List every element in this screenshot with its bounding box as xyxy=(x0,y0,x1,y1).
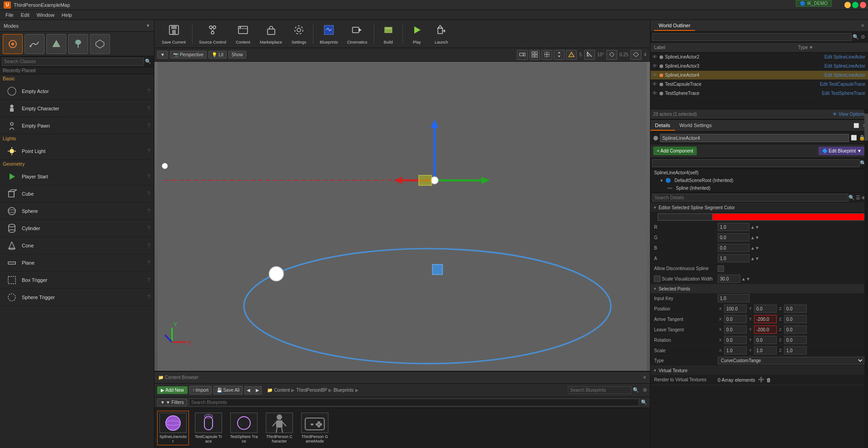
vp-ctrl-warn[interactable]: ! xyxy=(566,50,577,60)
outliner-search-input[interactable] xyxy=(652,33,852,41)
content-button[interactable]: Content xyxy=(232,22,254,46)
back-button[interactable]: ◀ xyxy=(244,386,253,394)
color-r-spin[interactable]: ▲▼ xyxy=(750,225,759,230)
class-item-sphere[interactable]: Sphere ? xyxy=(0,202,154,220)
arrive-tangent-y-input[interactable] xyxy=(754,315,777,323)
position-y-input[interactable] xyxy=(754,305,777,313)
scale-y-input[interactable] xyxy=(754,346,777,354)
vp-ctrl-grid2[interactable] xyxy=(541,50,552,60)
arrive-tangent-x-input[interactable] xyxy=(724,315,747,323)
mode-placement[interactable] xyxy=(3,34,23,54)
launch-button[interactable]: Launch xyxy=(430,22,453,46)
menu-file[interactable]: File xyxy=(2,11,17,19)
comp-default-scene-root[interactable]: ▼ 🔵 DefaultSceneRoot (Inherited) xyxy=(650,177,868,184)
tab-details[interactable]: Details xyxy=(650,121,675,131)
vp-ctrl-camera-speed[interactable] xyxy=(630,50,641,60)
class-item-cube[interactable]: Cube ? xyxy=(0,185,154,202)
save-current-button[interactable]: Save Current xyxy=(158,22,189,46)
help-empty-actor[interactable]: ? xyxy=(147,88,150,94)
details-search-icon[interactable]: 🔍 xyxy=(848,195,855,201)
leave-tangent-x-input[interactable] xyxy=(724,325,747,334)
class-item-sphere-trigger[interactable]: Sphere Trigger ? xyxy=(0,289,154,306)
actor-name-input[interactable] xyxy=(660,134,849,142)
selected-points-header[interactable]: ▼ Selected Points xyxy=(650,285,868,293)
vp-ctrl-move[interactable] xyxy=(554,50,565,60)
eye-icon-3[interactable]: 👁 xyxy=(652,72,659,79)
forward-button[interactable]: ▶ xyxy=(253,386,262,394)
menu-help[interactable]: Help xyxy=(58,11,76,19)
actor-type-link-2[interactable]: Edit SplineLineActor xyxy=(823,64,866,69)
help-cylinder[interactable]: ? xyxy=(147,225,150,231)
vp-ctrl-scale[interactable] xyxy=(606,50,617,60)
maximize-button[interactable] xyxy=(852,2,858,8)
blueprints-button[interactable]: Blueprints xyxy=(316,22,342,46)
category-geometry[interactable]: Geometry xyxy=(0,160,154,168)
import-button[interactable]: ↑ Import xyxy=(189,386,212,394)
color-r-input[interactable] xyxy=(718,223,749,231)
help-cube[interactable]: ? xyxy=(147,191,150,197)
cb-close-button[interactable]: ✕ xyxy=(643,375,646,380)
settings-button[interactable]: Settings xyxy=(288,22,310,46)
cb-item-thirdperson-character[interactable]: ThirdPerson Character xyxy=(263,411,295,445)
edit-blueprint-button[interactable]: 🔷 Edit Blueprint ▼ xyxy=(818,147,865,155)
outliner-search-icon[interactable]: 🔍 xyxy=(852,33,860,41)
scrollbar-thumb[interactable] xyxy=(864,113,868,141)
details-panel-button[interactable]: ⬜ xyxy=(852,121,861,130)
help-point-light[interactable]: ? xyxy=(147,148,150,154)
search-classes-input[interactable] xyxy=(2,58,144,66)
sort-icon[interactable]: ▼ xyxy=(809,45,813,50)
help-sphere[interactable]: ? xyxy=(147,208,150,214)
viewport-dropdown-button[interactable]: ▼ xyxy=(157,51,168,59)
rotation-y-input[interactable] xyxy=(754,336,777,344)
scale-viz-spin[interactable]: ▲▼ xyxy=(741,276,750,281)
help-box-trigger[interactable]: ? xyxy=(147,277,150,283)
tab-world-settings[interactable]: World Settings xyxy=(675,121,716,131)
vp-ctrl-camera[interactable] xyxy=(517,50,528,60)
eye-icon-4[interactable]: 👁 xyxy=(652,81,659,88)
mode-mesh[interactable] xyxy=(90,34,110,54)
build-button[interactable]: Build xyxy=(377,22,400,46)
right-scrollbar[interactable] xyxy=(864,109,868,448)
search-bar-icon[interactable]: 🔍 xyxy=(641,399,647,405)
details-view-icon[interactable]: ☰ xyxy=(856,195,860,201)
help-player-start[interactable]: ? xyxy=(147,173,150,180)
scale-x-input[interactable] xyxy=(724,346,747,354)
mode-landscape[interactable] xyxy=(46,34,66,54)
color-red-portion[interactable] xyxy=(713,214,864,220)
cb-item-spline-line-actor[interactable]: SplineLineActor xyxy=(157,411,189,445)
help-cone[interactable]: ? xyxy=(147,242,150,249)
component-search-input[interactable] xyxy=(652,159,860,167)
show-button[interactable]: Show xyxy=(228,51,246,59)
eye-icon-5[interactable]: 👁 xyxy=(652,90,659,97)
menu-window[interactable]: Window xyxy=(33,11,58,19)
class-item-cylinder[interactable]: Cylinder ? xyxy=(0,220,154,237)
add-array-button[interactable]: ➕ xyxy=(758,377,764,383)
position-z-input[interactable] xyxy=(784,305,807,313)
play-button[interactable]: Play xyxy=(406,22,428,46)
actor-type-link-1[interactable]: Edit SplineLineActor xyxy=(823,54,866,59)
lit-button[interactable]: 💡 Lit xyxy=(208,51,227,59)
cb-settings-button[interactable]: ⚙ xyxy=(643,387,647,393)
class-item-plane[interactable]: Plane ? xyxy=(0,254,154,271)
help-empty-pawn[interactable]: ? xyxy=(147,123,150,129)
color-b-spin[interactable]: ▲▼ xyxy=(750,246,759,251)
search-blueprints-input[interactable] xyxy=(568,386,631,394)
position-x-input[interactable] xyxy=(724,305,747,313)
class-item-player-start[interactable]: Player Start ? xyxy=(0,168,154,185)
mode-foliage[interactable] xyxy=(68,34,88,54)
vp-ctrl-grid1[interactable] xyxy=(529,50,540,60)
input-key-input[interactable] xyxy=(718,294,749,302)
outliner-row-splinelineactor3[interactable]: 👁 SplineLineActor3 Edit SplineLineActor xyxy=(650,62,868,71)
eye-icon-1[interactable]: 👁 xyxy=(652,54,659,60)
actor-type-link-3[interactable]: Edit SplineLineActor xyxy=(823,73,866,78)
outliner-close-button[interactable]: ✕ xyxy=(861,23,864,28)
class-item-cone[interactable]: Cone ? xyxy=(0,237,154,254)
outliner-row-testspheretrace[interactable]: 👁 TestSphereTrace Edit TestSphereTrace xyxy=(650,89,868,98)
scale-viz-input[interactable] xyxy=(718,275,740,283)
help-sphere-trigger[interactable]: ? xyxy=(147,294,150,300)
minimize-button[interactable] xyxy=(844,2,851,8)
rotation-x-input[interactable] xyxy=(724,336,747,344)
save-all-button[interactable]: 💾 Save All xyxy=(213,386,243,394)
actor-options-icon[interactable]: ⬜ xyxy=(851,135,857,141)
leave-tangent-z-input[interactable] xyxy=(784,325,807,334)
